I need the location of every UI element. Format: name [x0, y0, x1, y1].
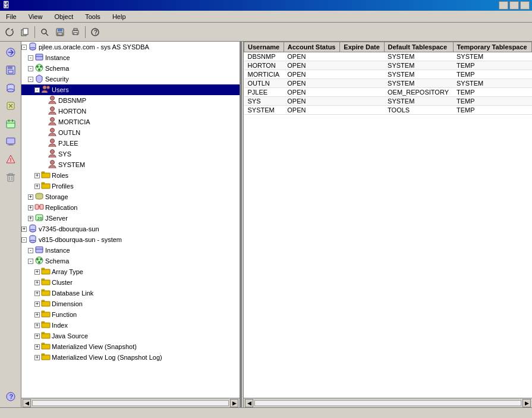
tree-node-security1[interactable]: -Security — [21, 74, 240, 84]
tree-toggle[interactable]: + — [28, 194, 33, 200]
menu-object[interactable]: Object — [51, 12, 77, 21]
tree-node-storage1[interactable]: +Storage — [21, 191, 240, 202]
tree-toggle[interactable]: + — [28, 216, 33, 221]
tree-node-sys[interactable]: SYS — [21, 149, 240, 159]
table-scroll-left-btn[interactable]: ◀ — [245, 399, 253, 407]
tree-scrollbar-h[interactable]: ◀ ▶ — [21, 398, 240, 407]
tree-toggle[interactable]: - — [28, 66, 33, 71]
table-row[interactable]: HORTONOPENSYSTEMTEMP — [244, 61, 532, 70]
tree-node-pjlee[interactable]: PJLEE — [21, 138, 240, 149]
scroll-right-btn[interactable]: ▶ — [230, 399, 238, 407]
tree-node-dimension[interactable]: +Dimension — [21, 298, 240, 309]
tree-node-roles1[interactable]: +Roles — [21, 170, 240, 181]
svg-point-67 — [40, 258, 42, 260]
table-row[interactable]: SYSTEMOPENTOOLSTEMP — [244, 106, 532, 115]
tree-toggle[interactable]: - — [28, 55, 33, 61]
table-cell — [340, 61, 384, 70]
menu-tools[interactable]: Tools — [81, 12, 104, 21]
toolbar-refresh[interactable] — [2, 25, 17, 39]
tree-node-users1[interactable]: -Users — [21, 84, 240, 95]
left-monitor-btn[interactable] — [2, 133, 19, 150]
tree-icon-user — [48, 95, 57, 106]
tree-node-matviewsnap[interactable]: +Materialized View (Snapshot) — [21, 341, 240, 352]
table-cell: SYSTEM — [384, 97, 453, 106]
tree-node-instance1[interactable]: -Instance — [21, 52, 240, 63]
tree-node-javasrc[interactable]: +Java Source — [21, 331, 240, 341]
tree-toggle[interactable]: + — [34, 334, 40, 339]
tree-node-pjlee[interactable]: -pjlee.us.oracle.com - sys AS SYSDBA — [21, 42, 240, 52]
close-button[interactable] — [520, 1, 530, 10]
toolbar-save[interactable] — [53, 25, 67, 39]
svg-point-38 — [30, 48, 36, 50]
scroll-left-btn[interactable]: ◀ — [23, 399, 31, 407]
tree-node-jserver1[interactable]: +JSJServer — [21, 213, 240, 224]
tree-node-matviewlog[interactable]: +Materialized View Log (Snapshot Log) — [21, 352, 240, 363]
tree-toggle[interactable]: + — [34, 312, 40, 318]
tree-node-system[interactable]: SYSTEM — [21, 159, 240, 170]
tree-node-morticia[interactable]: MORTICIA — [21, 117, 240, 127]
table-cell: OPEN — [284, 52, 340, 61]
tree-node-schema1[interactable]: -Schema — [21, 63, 240, 74]
left-alert-btn[interactable]: ! — [2, 151, 19, 168]
tree-toggle[interactable]: + — [34, 323, 40, 328]
tree-node-v7345[interactable]: +v7345-dbourqua-sun — [21, 224, 240, 234]
table-row[interactable]: MORTICIAOPENSYSTEMTEMP — [244, 70, 532, 79]
left-trash-btn[interactable] — [2, 169, 19, 186]
tree-toggle[interactable]: + — [34, 301, 40, 307]
tree-node-horton[interactable]: HORTON — [21, 106, 240, 117]
table-row[interactable]: OUTLNOPENSYSTEMSYSTEM — [244, 79, 532, 88]
tree-toggle[interactable]: + — [34, 184, 40, 189]
menu-view[interactable]: View — [25, 12, 46, 21]
toolbar-print[interactable] — [68, 25, 83, 39]
toolbar-search[interactable] — [37, 25, 52, 39]
tree-toggle[interactable]: + — [28, 205, 33, 210]
left-tools-btn[interactable] — [2, 98, 19, 114]
tree-node-instance2[interactable]: -Instance — [21, 245, 240, 256]
toolbar-copy[interactable] — [18, 25, 32, 39]
svg-point-48 — [51, 106, 55, 111]
tree-toggle[interactable]: + — [34, 344, 40, 350]
table-container[interactable]: UsernameAccount StatusExpire DateDefault… — [244, 42, 532, 398]
maximize-button[interactable] — [509, 1, 519, 10]
svg-rect-39 — [36, 54, 43, 60]
tree-node-schema2[interactable]: -Schema — [21, 256, 240, 266]
table-row[interactable]: SYSOPENSYSTEMTEMP — [244, 97, 532, 106]
tree-node-arraytype[interactable]: +Array Type — [21, 266, 240, 277]
tree-node-dbsnmp[interactable]: DBSNMP — [21, 95, 240, 106]
tree-toggle[interactable]: - — [21, 45, 27, 50]
tree-toggle[interactable]: - — [28, 248, 33, 253]
tree-node-cluster[interactable]: +Cluster — [21, 277, 240, 288]
tree-toggle[interactable]: - — [28, 259, 33, 264]
tree-toggle[interactable]: + — [34, 355, 40, 360]
tree-node-function[interactable]: +Function — [21, 309, 240, 320]
tree-toggle[interactable]: + — [21, 227, 27, 232]
tree-node-profiles1[interactable]: +Profiles — [21, 181, 240, 191]
left-help-btn[interactable]: ? — [2, 388, 19, 405]
left-connect-btn[interactable] — [2, 44, 19, 61]
tree-toggle[interactable]: + — [34, 291, 40, 296]
table-row[interactable]: PJLEEOPENOEM_REPOSITORYTEMP — [244, 88, 532, 97]
table-scroll-right-btn[interactable]: ▶ — [522, 399, 531, 407]
minimize-button[interactable] — [499, 1, 508, 10]
tree-node-index[interactable]: +Index — [21, 320, 240, 331]
tree-toggle[interactable]: - — [21, 237, 27, 243]
title-bar-buttons[interactable] — [499, 1, 530, 10]
left-db-btn[interactable] — [2, 80, 19, 96]
table-scrollbar-h[interactable]: ◀ ▶ — [244, 398, 532, 407]
toolbar-help[interactable]: ? — [88, 25, 102, 39]
left-schedule-btn[interactable] — [2, 115, 19, 132]
tree-node-outln[interactable]: OUTLN — [21, 127, 240, 138]
menu-file[interactable]: File — [2, 12, 20, 21]
tree-toggle[interactable]: + — [34, 173, 40, 178]
tree-node-replication1[interactable]: +Replication — [21, 202, 240, 213]
tree-toggle[interactable]: - — [34, 87, 40, 93]
tree-scroll[interactable]: -pjlee.us.oracle.com - sys AS SYSDBA-Ins… — [21, 42, 240, 398]
tree-toggle[interactable]: - — [28, 77, 33, 82]
menu-help[interactable]: Help — [109, 12, 130, 21]
tree-toggle[interactable]: + — [34, 269, 40, 275]
table-row[interactable]: DBSNMPOPENSYSTEMSYSTEM — [244, 52, 532, 61]
tree-node-v815[interactable]: -v815-dbourqua-sun - system — [21, 234, 240, 245]
left-save-btn[interactable] — [2, 62, 19, 78]
tree-toggle[interactable]: + — [34, 280, 40, 285]
tree-node-dblink[interactable]: +Database Link — [21, 288, 240, 298]
